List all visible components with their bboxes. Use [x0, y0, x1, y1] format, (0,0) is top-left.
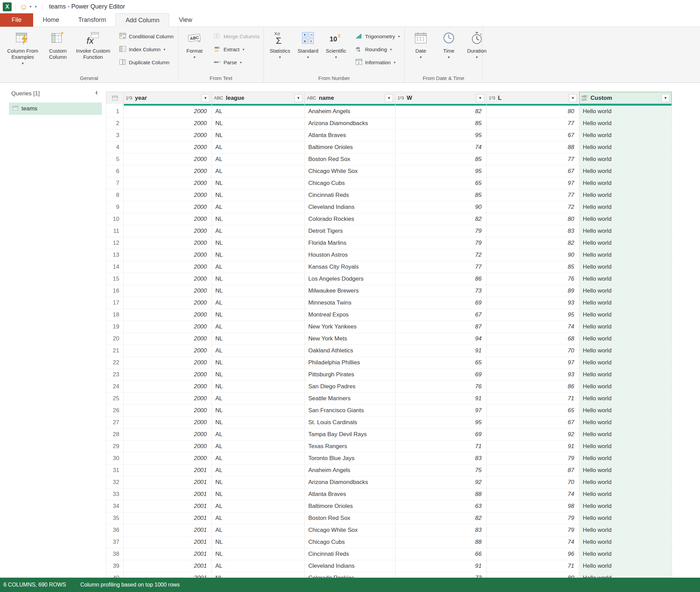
cell-year[interactable]: 2000 [124, 189, 212, 201]
cell-custom[interactable]: Hello world [579, 249, 672, 261]
row-number-cell[interactable]: 12 [106, 237, 124, 249]
cell-w[interactable]: 91 [395, 560, 487, 572]
cell-custom[interactable]: Hello world [579, 524, 672, 536]
cell-name[interactable]: Chicago White Sox [305, 524, 395, 536]
cell-year[interactable]: 2001 [124, 500, 212, 512]
select-all-cell[interactable] [106, 92, 124, 104]
cell-name[interactable]: New York Yankees [305, 321, 395, 333]
cell-name[interactable]: Boston Red Sox [305, 153, 395, 165]
row-number-cell[interactable]: 10 [106, 213, 124, 225]
cell-w[interactable]: 72 [395, 249, 487, 261]
cell-l[interactable]: 77 [487, 153, 579, 165]
cell-league[interactable]: NL [212, 405, 305, 417]
cell-name[interactable]: Cleveland Indians [305, 560, 395, 572]
cell-year[interactable]: 2000 [124, 441, 212, 453]
cell-name[interactable]: Anaheim Angels [305, 106, 395, 118]
cell-custom[interactable]: Hello world [579, 512, 672, 524]
cell-year[interactable]: 2000 [124, 381, 212, 393]
cell-custom[interactable]: Hello world [579, 345, 672, 357]
cell-l[interactable]: 70 [487, 345, 579, 357]
cell-w[interactable]: 91 [395, 393, 487, 405]
cell-name[interactable]: Montreal Expos [305, 309, 395, 321]
row-number-cell[interactable]: 16 [106, 285, 124, 297]
cell-w[interactable]: 74 [395, 142, 487, 153]
row-number-cell[interactable]: 36 [106, 524, 124, 536]
tab-add-column[interactable]: Add Column [116, 13, 169, 27]
cell-year[interactable]: 2000 [124, 297, 212, 309]
cell-custom[interactable]: Hello world [579, 153, 672, 165]
cell-league[interactable]: AL [212, 512, 305, 524]
row-number-cell[interactable]: 35 [106, 512, 124, 524]
cell-custom[interactable]: Hello world [579, 357, 672, 369]
cell-l[interactable]: 71 [487, 560, 579, 572]
cell-name[interactable]: Philadelphia Phillies [305, 357, 395, 369]
filter-button-year[interactable]: ▾ [201, 94, 210, 102]
ribbon-button-statistics[interactable]: ΧσΣStatistics▾ [266, 29, 294, 74]
cell-l[interactable]: 82 [487, 237, 579, 249]
cell-custom[interactable]: Hello world [579, 369, 672, 381]
cell-custom[interactable]: Hello world [579, 453, 672, 465]
cell-league[interactable]: NL [212, 249, 305, 261]
cell-year[interactable]: 2000 [124, 106, 212, 118]
cell-name[interactable]: Oakland Athletics [305, 345, 395, 357]
cell-l[interactable]: 93 [487, 297, 579, 309]
cell-year[interactable]: 2000 [124, 249, 212, 261]
cell-custom[interactable]: Hello world [579, 560, 672, 572]
cell-l[interactable]: 74 [487, 488, 579, 500]
row-number-cell[interactable]: 27 [106, 417, 124, 429]
cell-name[interactable]: Minnesota Twins [305, 297, 395, 309]
cell-name[interactable]: Cleveland Indians [305, 201, 395, 213]
cell-custom[interactable]: Hello world [579, 142, 672, 153]
cell-name[interactable]: Atlanta Braves [305, 488, 395, 500]
row-number-cell[interactable]: 38 [106, 548, 124, 560]
cell-w[interactable]: 82 [395, 213, 487, 225]
cell-l[interactable]: 89 [487, 285, 579, 297]
column-header-l[interactable]: 1²3 L ▾ [487, 92, 579, 104]
cell-w[interactable]: 88 [395, 536, 487, 548]
ribbon-button-column-from-examples[interactable]: Column From Examples▾ [2, 29, 43, 74]
ribbon-button-duplicate-column[interactable]: *Duplicate Column [117, 57, 175, 67]
cell-w[interactable]: 83 [395, 453, 487, 465]
cell-l[interactable]: 92 [487, 429, 579, 441]
cell-w[interactable]: 66 [395, 548, 487, 560]
cell-l[interactable]: 77 [487, 189, 579, 201]
cell-l[interactable]: 72 [487, 201, 579, 213]
row-number-cell[interactable]: 4 [106, 142, 124, 153]
cell-w[interactable]: 91 [395, 345, 487, 357]
cell-custom[interactable]: Hello world [579, 237, 672, 249]
cell-l[interactable]: 67 [487, 165, 579, 177]
cell-league[interactable]: AL [212, 393, 305, 405]
cell-league[interactable]: NL [212, 488, 305, 500]
cell-year[interactable]: 2000 [124, 405, 212, 417]
feedback-smiley-icon[interactable]: ☺ [19, 3, 28, 11]
cell-l[interactable]: 79 [487, 512, 579, 524]
cell-custom[interactable]: Hello world [579, 548, 672, 560]
cell-league[interactable]: NL [212, 177, 305, 189]
cell-name[interactable]: San Francisco Giants [305, 405, 395, 417]
query-item-teams[interactable]: teams [9, 103, 102, 115]
row-number-cell[interactable]: 32 [106, 476, 124, 488]
cell-l[interactable]: 86 [487, 381, 579, 393]
filter-button-w[interactable]: ▾ [476, 94, 484, 102]
cell-l[interactable]: 97 [487, 357, 579, 369]
cell-name[interactable]: Arizona Diamondbacks [305, 118, 395, 130]
collapse-pane-icon[interactable]: ‹ [95, 89, 98, 96]
cell-year[interactable]: 2000 [124, 369, 212, 381]
cell-year[interactable]: 2000 [124, 345, 212, 357]
cell-league[interactable]: AL [212, 429, 305, 441]
cell-w[interactable]: 69 [395, 297, 487, 309]
filter-button-l[interactable]: ▾ [569, 94, 577, 102]
cell-year[interactable]: 2001 [124, 524, 212, 536]
cell-name[interactable]: Chicago White Sox [305, 165, 395, 177]
cell-w[interactable]: 95 [395, 417, 487, 429]
cell-name[interactable]: Chicago Cubs [305, 536, 395, 548]
cell-league[interactable]: AL [212, 441, 305, 453]
cell-custom[interactable]: Hello world [579, 429, 672, 441]
cell-custom[interactable]: Hello world [579, 309, 672, 321]
ribbon-button-extract[interactable]: ABC123Extract▾ [212, 44, 261, 54]
cell-year[interactable]: 2000 [124, 213, 212, 225]
filter-button-name[interactable]: ▾ [385, 94, 393, 102]
row-number-cell[interactable]: 37 [106, 536, 124, 548]
row-number-cell[interactable]: 19 [106, 321, 124, 333]
cell-custom[interactable]: Hello world [579, 536, 672, 548]
